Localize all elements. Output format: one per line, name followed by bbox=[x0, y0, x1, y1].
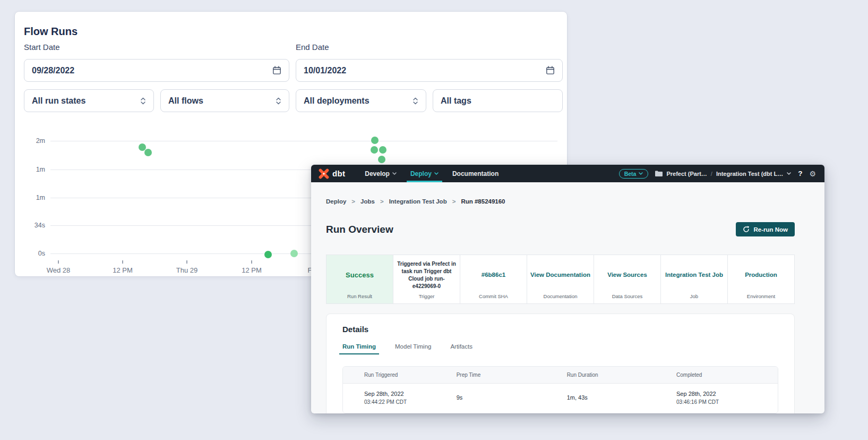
x-axis-tick-label: Thu 29 bbox=[176, 266, 197, 274]
table-cell: 9s bbox=[435, 384, 546, 413]
summary-card-label: Run Result bbox=[347, 293, 372, 299]
help-icon[interactable]: ? bbox=[798, 170, 802, 177]
summary-card-label: Commit SHA bbox=[479, 293, 508, 299]
page-title-row: Run Overview Re-run Now bbox=[326, 215, 795, 244]
tab-run-timing[interactable]: Run Timing bbox=[342, 343, 376, 354]
table-cell-primary: 1m, 43s bbox=[567, 394, 655, 401]
summary-card-label: Documentation bbox=[544, 293, 578, 299]
summary-card-value-wrap: View Documentation bbox=[530, 260, 590, 290]
dbt-logo-icon bbox=[319, 168, 329, 179]
summary-card-value[interactable]: #6b86c1 bbox=[482, 271, 505, 280]
table-column-header: Completed bbox=[655, 367, 778, 383]
table-row: Sep 28th, 202203:44:22 PM CDT9s1m, 43sSe… bbox=[343, 384, 778, 413]
gear-icon[interactable]: ⚙ bbox=[809, 170, 816, 177]
flow-run-point[interactable] bbox=[371, 146, 378, 154]
summary-card-value-wrap: #6b86c1 bbox=[482, 260, 505, 290]
summary-card-label: Environment bbox=[747, 293, 775, 299]
dbt-cloud-window: dbt DevelopDeployDocumentation Beta Pref… bbox=[311, 165, 824, 413]
flow-run-point[interactable] bbox=[371, 137, 379, 144]
summary-card-value-wrap: Success bbox=[346, 260, 374, 290]
y-axis-tick-label: 1m bbox=[19, 166, 45, 173]
table-column-header: Run Triggered bbox=[343, 367, 435, 383]
summary-card-commit-sha: #6b86c1Commit SHA bbox=[460, 255, 527, 303]
page-title: Run Overview bbox=[326, 224, 393, 235]
breadcrumb-link[interactable]: Integration Test Job bbox=[389, 198, 447, 205]
re-run-now-button[interactable]: Re-run Now bbox=[736, 222, 795, 236]
tab-model-timing[interactable]: Model Timing bbox=[395, 343, 431, 354]
x-axis-tick-mark bbox=[58, 260, 59, 264]
table-cell-primary: Sep 28th, 2022 bbox=[676, 391, 778, 397]
account-separator: / bbox=[711, 171, 712, 177]
table-cell: Sep 28th, 202203:44:22 PM CDT bbox=[343, 384, 435, 413]
summary-card-value[interactable]: View Documentation bbox=[530, 271, 590, 280]
dbt-logo-text: dbt bbox=[332, 169, 345, 178]
x-axis-tick-mark bbox=[122, 260, 123, 264]
breadcrumb: Deploy>Jobs>Integration Test Job>Run #85… bbox=[326, 198, 795, 205]
nav-item-label: Develop bbox=[365, 170, 390, 177]
table-cell-secondary: 03:44:22 PM CDT bbox=[364, 399, 435, 405]
flow-run-point[interactable] bbox=[379, 146, 386, 154]
tab-artifacts[interactable]: Artifacts bbox=[450, 343, 472, 354]
summary-card-job: Integration Test JobJob bbox=[660, 255, 727, 303]
summary-card-value-wrap: Triggered via Prefect in task run Trigge… bbox=[397, 260, 457, 290]
beta-dropdown[interactable]: Beta bbox=[619, 169, 649, 179]
table-column-header: Run Duration bbox=[546, 367, 655, 383]
summary-card-data-sources: View SourcesData Sources bbox=[594, 255, 660, 303]
chevron-down-icon bbox=[392, 172, 397, 175]
account-environment: Integration Test (dbt L… bbox=[716, 171, 783, 177]
desktop: Flow Runs Start Date End Date All run st… bbox=[0, 0, 868, 440]
run-timing-table: Run TriggeredPrep TimeRun DurationComple… bbox=[342, 366, 778, 413]
summary-card-value[interactable]: Integration Test Job bbox=[665, 271, 723, 280]
account-project: Prefect (Part… bbox=[666, 171, 707, 177]
details-tabs: Run TimingModel TimingArtifacts bbox=[342, 343, 778, 354]
breadcrumb-current: Run #85249160 bbox=[461, 198, 505, 205]
table-cell: Sep 28th, 202203:46:16 PM CDT bbox=[655, 384, 778, 413]
summary-card-value[interactable]: View Sources bbox=[607, 271, 647, 280]
summary-card-value[interactable]: Production bbox=[745, 271, 777, 280]
x-axis-tick-label: Wed 28 bbox=[47, 266, 71, 274]
refresh-icon bbox=[743, 226, 750, 233]
breadcrumb-separator-icon: > bbox=[452, 198, 456, 205]
summary-card-trigger: Triggered via Prefect in task run Trigge… bbox=[393, 255, 460, 303]
flow-run-point[interactable] bbox=[144, 149, 152, 156]
chevron-down-icon bbox=[787, 172, 791, 175]
breadcrumb-separator-icon: > bbox=[380, 198, 384, 205]
dbt-logo[interactable]: dbt bbox=[319, 168, 345, 179]
x-axis-tick-mark bbox=[251, 260, 252, 264]
run-summary-strip: SuccessRun ResultTriggered via Prefect i… bbox=[326, 255, 795, 304]
table-column-header: Prep Time bbox=[435, 367, 546, 383]
summary-card-run-result: SuccessRun Result bbox=[326, 255, 393, 303]
y-axis-tick-label: 0s bbox=[19, 250, 45, 257]
table-cell-primary: 9s bbox=[457, 394, 546, 401]
y-axis-tick-label: 1m bbox=[19, 194, 45, 201]
flow-run-point[interactable] bbox=[290, 250, 298, 257]
chevron-down-icon bbox=[639, 172, 643, 175]
flow-run-point[interactable] bbox=[264, 251, 272, 258]
chevron-down-icon bbox=[434, 172, 439, 175]
table-body: Sep 28th, 202203:44:22 PM CDT9s1m, 43sSe… bbox=[343, 384, 778, 413]
nav-item-deploy[interactable]: Deploy bbox=[403, 165, 445, 182]
table-header-row: Run TriggeredPrep TimeRun DurationComple… bbox=[343, 367, 778, 384]
gridline bbox=[50, 141, 557, 141]
summary-card-value-wrap: View Sources bbox=[607, 260, 647, 290]
summary-card-value: Success bbox=[346, 271, 374, 279]
nav-item-label: Deploy bbox=[410, 170, 432, 177]
re-run-now-label: Re-run Now bbox=[753, 226, 788, 233]
flow-run-point[interactable] bbox=[378, 156, 385, 163]
breadcrumb-link[interactable]: Deploy bbox=[326, 198, 346, 205]
nav-item-develop[interactable]: Develop bbox=[358, 165, 403, 182]
table-cell-secondary: 03:46:16 PM CDT bbox=[676, 399, 778, 405]
summary-card-value-wrap: Production bbox=[745, 260, 777, 290]
details-card: Details Run TimingModel TimingArtifacts … bbox=[326, 314, 795, 413]
nav-item-label: Documentation bbox=[452, 170, 499, 177]
summary-card-documentation: View DocumentationDocumentation bbox=[527, 255, 594, 303]
x-axis-tick-label: 12 PM bbox=[113, 266, 133, 274]
y-axis-tick-label: 2m bbox=[19, 137, 45, 145]
summary-card-value: Triggered via Prefect in task run Trigge… bbox=[397, 260, 457, 290]
breadcrumb-separator-icon: > bbox=[351, 198, 355, 205]
account-switcher[interactable]: Prefect (Part… / Integration Test (dbt L… bbox=[655, 171, 791, 177]
breadcrumb-link[interactable]: Jobs bbox=[360, 198, 375, 205]
x-axis-tick-mark bbox=[186, 260, 187, 264]
nav-item-documentation[interactable]: Documentation bbox=[445, 165, 505, 182]
table-cell: 1m, 43s bbox=[546, 384, 655, 413]
